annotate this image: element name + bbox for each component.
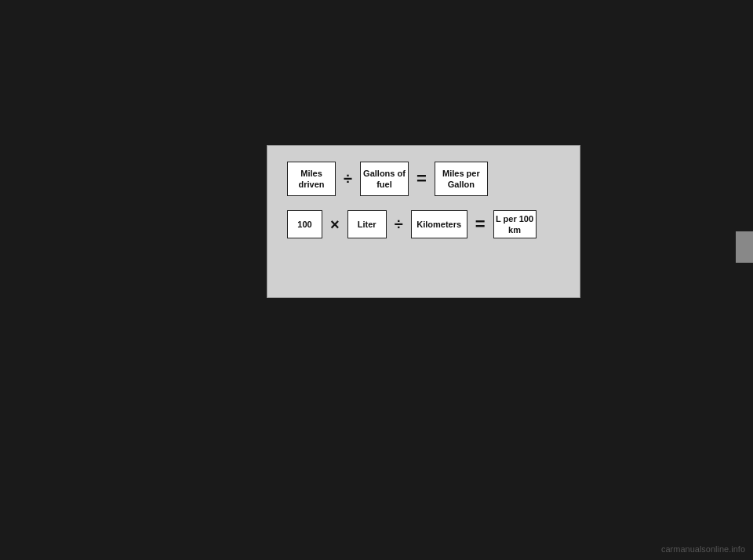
l-per-100km-label: L per 100 km bbox=[494, 213, 536, 236]
multiply-operator: × bbox=[330, 216, 340, 234]
formula-panel: Miles driven ÷ Gallons of fuel = Miles p… bbox=[267, 145, 580, 298]
formula-row-1: Miles driven ÷ Gallons of fuel = Miles p… bbox=[287, 162, 560, 196]
miles-per-gallon-label: Miles per Gallon bbox=[435, 168, 487, 191]
equals-operator-2: = bbox=[475, 214, 486, 235]
box-liter: Liter bbox=[347, 210, 387, 238]
kilometers-label: Kilometers bbox=[417, 219, 461, 230]
miles-driven-label: Miles driven bbox=[288, 168, 335, 191]
box-gallons-of-fuel: Gallons of fuel bbox=[360, 162, 409, 196]
box-100: 100 bbox=[287, 210, 322, 238]
hundred-label: 100 bbox=[297, 219, 311, 230]
liter-label: Liter bbox=[358, 219, 376, 230]
box-kilometers: Kilometers bbox=[411, 210, 467, 238]
box-miles-per-gallon: Miles per Gallon bbox=[435, 162, 488, 196]
watermark: carmanualsonline.info bbox=[661, 544, 745, 554]
box-miles-driven: Miles driven bbox=[287, 162, 336, 196]
formula-row-2: 100 × Liter ÷ Kilometers = L per 100 km bbox=[287, 210, 560, 238]
side-tab bbox=[736, 231, 753, 263]
gallons-label: Gallons of fuel bbox=[361, 168, 408, 191]
divide-operator-2: ÷ bbox=[395, 216, 403, 234]
equals-operator-1: = bbox=[417, 169, 427, 189]
box-l-per-100km: L per 100 km bbox=[493, 210, 537, 238]
divide-operator-1: ÷ bbox=[344, 170, 352, 188]
